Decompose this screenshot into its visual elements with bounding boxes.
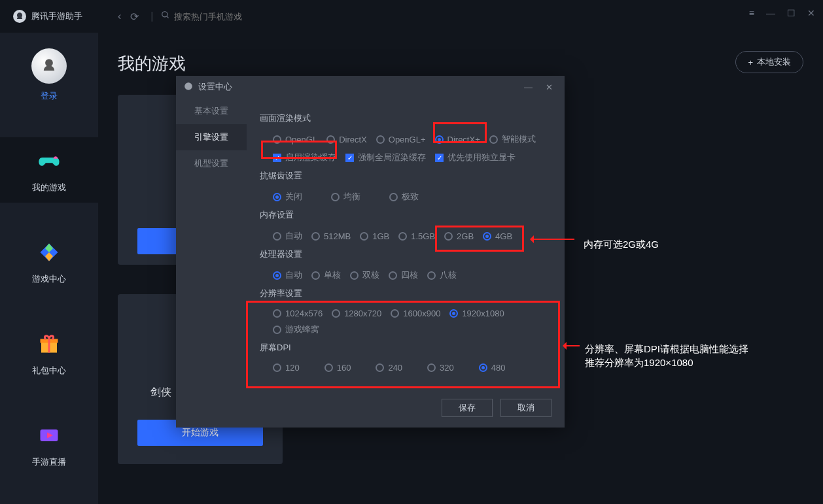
radio-res-1280[interactable]: 1280x720 bbox=[332, 309, 381, 318]
check-dedicated-gpu[interactable]: ✓优先使用独立显卡 bbox=[435, 152, 516, 163]
radio-cpu-4[interactable]: 四核 bbox=[389, 269, 418, 281]
gamepad-icon bbox=[35, 146, 63, 175]
sidebar-my-games[interactable]: 我的游戏 bbox=[0, 137, 98, 203]
check-global-cache[interactable]: ✓强制全局渲染缓存 bbox=[345, 152, 426, 163]
sidebar-gift-center[interactable]: 礼包中心 bbox=[0, 320, 98, 386]
section-aa: 抗锯齿设置 bbox=[260, 170, 552, 182]
radio-mem-auto[interactable]: 自动 bbox=[273, 230, 302, 242]
tab-device[interactable]: 机型设置 bbox=[176, 150, 247, 176]
radio-cpu-auto[interactable]: 自动 bbox=[273, 269, 302, 281]
close-icon[interactable]: ✕ bbox=[807, 8, 815, 18]
sidebar-item-label: 礼包中心 bbox=[32, 365, 66, 377]
radio-dpi-240[interactable]: 240 bbox=[376, 363, 402, 373]
annotation-res1: 分辨率、屏幕DPI请根据电脑性能选择 bbox=[585, 343, 748, 356]
radio-opengl-plus[interactable]: OpenGL+ bbox=[376, 133, 426, 145]
divider: | bbox=[150, 10, 153, 22]
radio-mem-2g[interactable]: 2GB bbox=[444, 230, 474, 242]
login-label: 登录 bbox=[41, 90, 58, 102]
arrow bbox=[531, 239, 574, 240]
radio-mem-15g[interactable]: 1.5GB bbox=[398, 230, 435, 242]
radio-aa-off[interactable]: 关闭 bbox=[273, 191, 302, 203]
app-logo-icon bbox=[13, 10, 26, 23]
svg-point-0 bbox=[162, 12, 167, 17]
dialog-logo-icon bbox=[184, 82, 193, 93]
plus-icon: + bbox=[748, 58, 753, 67]
radio-mem-4g[interactable]: 4GB bbox=[483, 230, 512, 242]
dialog-close-icon[interactable]: ✕ bbox=[542, 82, 557, 92]
radio-aa-balanced[interactable]: 均衡 bbox=[331, 191, 360, 203]
menu-icon[interactable]: ≡ bbox=[749, 8, 754, 18]
diamond-icon bbox=[35, 238, 63, 267]
radio-res-1024[interactable]: 1024x576 bbox=[273, 309, 323, 318]
annotation-res2: 推荐分辨率为1920×1080 bbox=[585, 357, 693, 369]
section-render: 画面渲染模式 bbox=[260, 112, 552, 124]
radio-cpu-1[interactable]: 单核 bbox=[311, 269, 341, 281]
search-icon[interactable] bbox=[161, 10, 170, 22]
tab-engine[interactable]: 引擎设置 bbox=[176, 124, 247, 150]
back-icon[interactable]: ‹ bbox=[118, 10, 121, 22]
radio-res-hive[interactable]: 游戏蜂窝 bbox=[273, 324, 319, 335]
sidebar-item-label: 游戏中心 bbox=[32, 273, 66, 285]
app-title: 腾讯手游助手 bbox=[31, 10, 82, 22]
sidebar-game-center[interactable]: 游戏中心 bbox=[0, 229, 98, 294]
radio-directx-plus[interactable]: DirectX+ bbox=[435, 133, 480, 145]
sidebar-live[interactable]: 手游直播 bbox=[0, 412, 98, 477]
radio-dpi-120[interactable]: 120 bbox=[273, 363, 300, 373]
page-title: 我的游戏 bbox=[118, 52, 803, 75]
video-icon bbox=[35, 421, 63, 450]
radio-opengl[interactable]: OpenGL bbox=[273, 133, 317, 145]
radio-mem-512[interactable]: 512MB bbox=[311, 230, 351, 242]
annotation-memory: 内存可选2G或4G bbox=[584, 239, 659, 251]
radio-res-1600[interactable]: 1600x900 bbox=[391, 309, 440, 318]
radio-mem-1g[interactable]: 1GB bbox=[360, 230, 389, 242]
maximize-icon[interactable]: ☐ bbox=[787, 8, 796, 18]
arrow bbox=[564, 345, 580, 346]
radio-dpi-160[interactable]: 160 bbox=[324, 363, 351, 373]
sidebar-item-label: 手游直播 bbox=[32, 456, 66, 468]
dialog-title: 设置中心 bbox=[198, 81, 232, 93]
svg-point-10 bbox=[184, 82, 192, 90]
minimize-icon[interactable]: — bbox=[766, 8, 775, 18]
refresh-icon[interactable]: ⟳ bbox=[130, 10, 139, 23]
section-dpi: 屏幕DPI bbox=[260, 342, 552, 354]
local-install-button[interactable]: + 本地安装 bbox=[735, 51, 803, 73]
sidebar-login[interactable]: 登录 bbox=[0, 39, 98, 111]
search-input[interactable] bbox=[174, 12, 305, 22]
cancel-button[interactable]: 取消 bbox=[500, 399, 552, 417]
section-cpu: 处理器设置 bbox=[260, 248, 552, 260]
radio-cpu-8[interactable]: 八核 bbox=[427, 269, 457, 281]
card-title: 剑侠 bbox=[150, 386, 171, 399]
svg-rect-7 bbox=[48, 339, 50, 353]
tab-basic[interactable]: 基本设置 bbox=[176, 98, 247, 124]
avatar-icon bbox=[31, 48, 67, 84]
radio-res-1920[interactable]: 1920x1080 bbox=[449, 309, 504, 318]
radio-cpu-2[interactable]: 双核 bbox=[350, 269, 379, 281]
svg-line-1 bbox=[167, 16, 169, 18]
radio-dpi-320[interactable]: 320 bbox=[427, 363, 454, 373]
settings-dialog: 设置中心 — ✕ 基本设置 引擎设置 机型设置 画面渲染模式 OpenGL Di… bbox=[176, 76, 565, 428]
section-res: 分辨率设置 bbox=[260, 288, 552, 299]
radio-directx[interactable]: DirectX bbox=[326, 133, 367, 145]
radio-aa-max[interactable]: 极致 bbox=[389, 191, 419, 203]
local-install-label: 本地安装 bbox=[757, 56, 791, 68]
gift-icon bbox=[35, 329, 63, 358]
check-render-cache[interactable]: ✓启用渲染缓存 bbox=[273, 152, 336, 163]
sidebar-item-label: 我的游戏 bbox=[32, 182, 66, 193]
radio-dpi-480[interactable]: 480 bbox=[479, 363, 506, 373]
radio-smart[interactable]: 智能模式 bbox=[489, 133, 536, 145]
dialog-minimize-icon[interactable]: — bbox=[520, 82, 536, 92]
section-mem: 内存设置 bbox=[260, 209, 552, 221]
save-button[interactable]: 保存 bbox=[442, 399, 493, 417]
